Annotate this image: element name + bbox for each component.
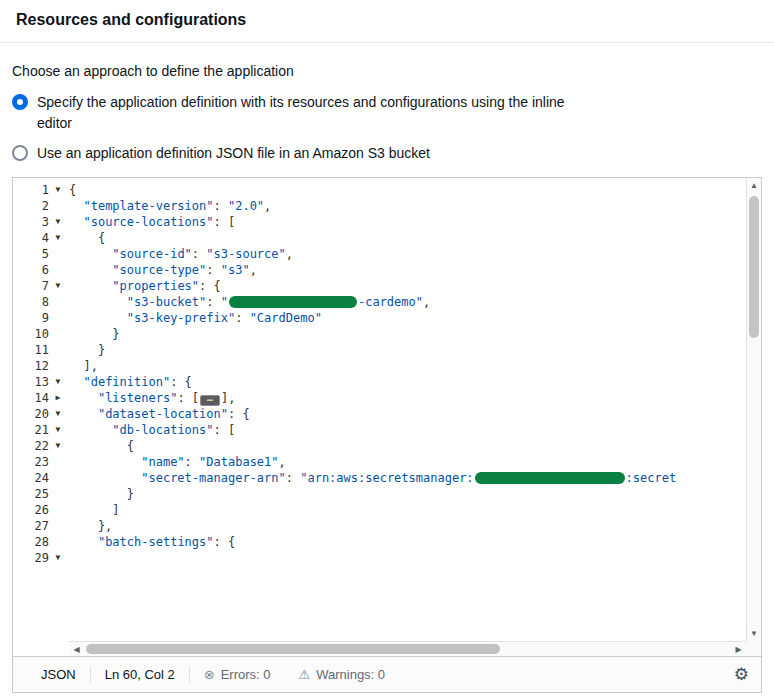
radio-selected-icon[interactable] [12, 94, 28, 110]
line-number: 27 [13, 518, 49, 534]
fold-open-icon[interactable]: ▼ [49, 374, 67, 390]
editor-line[interactable]: 28 "batch-settings": { [13, 534, 761, 550]
horizontal-scrollbar[interactable]: ◀ ▶ [69, 641, 746, 656]
radio-option-label: Use an application definition JSON file … [37, 143, 430, 164]
warning-icon: ⚠ [299, 667, 311, 682]
errors-status[interactable]: ⊗ Errors: 0 [190, 667, 285, 682]
editor-line[interactable]: 1▼{ [13, 182, 761, 198]
horizontal-scrollbar-track[interactable] [84, 642, 731, 656]
editor-line[interactable]: 4▼ { [13, 230, 761, 246]
editor-line[interactable]: 21▼ "db-locations": [ [13, 422, 761, 438]
editor-gutter: 11 [13, 342, 69, 358]
cursor-position: Ln 60, Col 2 [91, 667, 189, 682]
line-number: 26 [13, 502, 49, 518]
error-icon: ⊗ [204, 667, 215, 682]
editor-gutter: 12 [13, 358, 69, 374]
code-line-text: "batch-settings": { [69, 534, 761, 550]
fold-open-icon[interactable]: ▼ [49, 230, 67, 246]
editor-line[interactable]: 23 "name": "Database1", [13, 454, 761, 470]
editor-line[interactable]: 22▼ { [13, 438, 761, 454]
redaction-pill [475, 472, 625, 484]
fold-gutter-spacer [49, 262, 67, 278]
editor-line[interactable]: 14▶ "listeners": [⋯], [13, 390, 761, 406]
editor-gutter: 22▼ [13, 438, 69, 454]
code-line-text: { [69, 438, 761, 454]
vertical-scrollbar[interactable]: ▲ ▼ [746, 178, 761, 641]
editor-line[interactable]: 7▼ "properties": { [13, 278, 761, 294]
editor-line[interactable]: 2 "template-version": "2.0", [13, 198, 761, 214]
fold-open-icon[interactable]: ▼ [49, 214, 67, 230]
fold-open-icon[interactable]: ▼ [49, 422, 67, 438]
code-line-text: ], [69, 358, 761, 374]
language-indicator: JSON [13, 667, 90, 682]
line-number: 28 [13, 534, 49, 550]
editor-line[interactable]: 10 } [13, 326, 761, 342]
code-line-text: "listeners": [⋯], [69, 390, 761, 406]
fold-gutter-spacer [49, 326, 67, 342]
scroll-down-icon[interactable]: ▼ [747, 626, 761, 641]
editor-gutter: 7▼ [13, 278, 69, 294]
fold-gutter-spacer [49, 470, 67, 486]
editor-line[interactable]: 6 "source-type": "s3", [13, 262, 761, 278]
code-line-text: "dataset-location": { [69, 406, 761, 422]
settings-gear-icon[interactable]: ⚙ [722, 664, 761, 685]
editor-gutter: 4▼ [13, 230, 69, 246]
panel-content: Choose an approach to define the applica… [0, 43, 774, 693]
fold-open-icon[interactable]: ▼ [49, 278, 67, 294]
editor-line[interactable]: 8 "s3-bucket": "-cardemo", [13, 294, 761, 310]
fold-open-icon[interactable]: ▼ [49, 406, 67, 422]
panel-header: Resources and configurations [0, 0, 774, 42]
warnings-status[interactable]: ⚠ Warnings: 0 [285, 667, 400, 682]
line-number: 2 [13, 198, 49, 214]
editor-gutter: 9 [13, 310, 69, 326]
code-line-text [69, 550, 761, 566]
fold-gutter-spacer [49, 454, 67, 470]
fold-open-icon[interactable]: ▼ [49, 438, 67, 454]
editor-gutter: 2 [13, 198, 69, 214]
editor-line[interactable]: 12 ], [13, 358, 761, 374]
code-line-text: { [69, 182, 761, 198]
line-number: 7 [13, 278, 49, 294]
editor-line[interactable]: 9 "s3-key-prefix": "CardDemo" [13, 310, 761, 326]
fold-open-icon[interactable]: ▼ [49, 550, 67, 566]
fold-open-icon[interactable]: ▼ [49, 182, 67, 198]
editor-line[interactable]: 11 } [13, 342, 761, 358]
editor-line[interactable]: 20▼ "dataset-location": { [13, 406, 761, 422]
editor-line[interactable]: 24 "secret-manager-arn": "arn:aws:secret… [13, 470, 761, 486]
editor-gutter: 24 [13, 470, 69, 486]
code-line-text: } [69, 342, 761, 358]
radio-unselected-icon[interactable] [12, 145, 28, 161]
line-number: 13 [13, 374, 49, 390]
fold-gutter-spacer [49, 486, 67, 502]
editor-line[interactable]: 13▼ "definition": { [13, 374, 761, 390]
radio-option-inline-editor[interactable]: Specify the application definition with … [12, 92, 567, 134]
errors-label: Errors: 0 [221, 667, 271, 682]
code-line-text: "db-locations": [ [69, 422, 761, 438]
editor-gutter: 21▼ [13, 422, 69, 438]
editor-line[interactable]: 27 }, [13, 518, 761, 534]
editor-gutter: 23 [13, 454, 69, 470]
editor-line[interactable]: 26 ] [13, 502, 761, 518]
radio-option-label: Specify the application definition with … [37, 92, 567, 134]
code-line-text: "properties": { [69, 278, 761, 294]
editor-gutter: 10 [13, 326, 69, 342]
line-number: 9 [13, 310, 49, 326]
editor-viewport[interactable]: 1▼{2 "template-version": "2.0",3▼ "sourc… [13, 178, 761, 656]
editor-line[interactable]: 3▼ "source-locations": [ [13, 214, 761, 230]
editor-line[interactable]: 25 } [13, 486, 761, 502]
horizontal-scrollbar-thumb[interactable] [86, 644, 500, 654]
line-number: 3 [13, 214, 49, 230]
fold-gutter-spacer [49, 294, 67, 310]
editor-lines: 1▼{2 "template-version": "2.0",3▼ "sourc… [13, 182, 761, 566]
editor-gutter: 13▼ [13, 374, 69, 390]
fold-closed-icon[interactable]: ▶ [49, 390, 67, 406]
scroll-left-icon[interactable]: ◀ [69, 645, 84, 654]
scroll-right-icon[interactable]: ▶ [731, 645, 746, 654]
editor-line[interactable]: 5 "source-id": "s3-source", [13, 246, 761, 262]
scroll-up-icon[interactable]: ▲ [747, 178, 761, 193]
vertical-scrollbar-thumb[interactable] [749, 196, 759, 338]
editor-line[interactable]: 29▼ [13, 550, 761, 566]
radio-option-s3-file[interactable]: Use an application definition JSON file … [12, 143, 567, 164]
page-title: Resources and configurations [16, 11, 758, 29]
collapsed-code-icon[interactable]: ⋯ [200, 395, 220, 406]
